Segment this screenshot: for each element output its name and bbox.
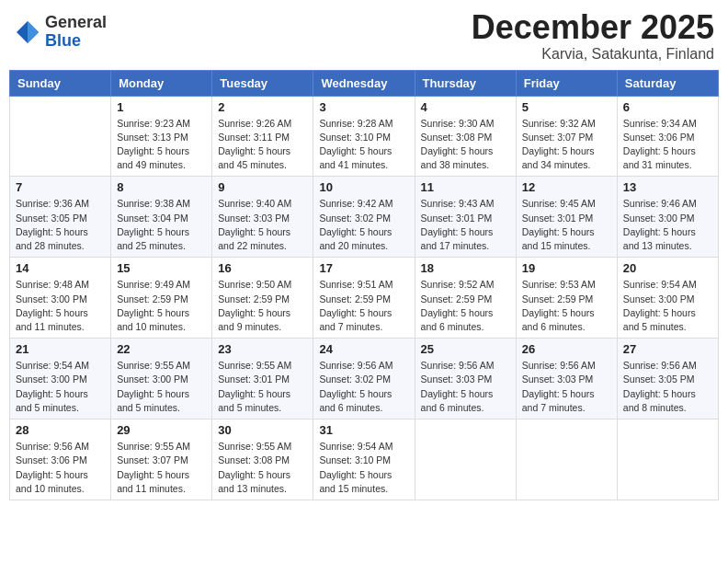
day-info: Sunrise: 9:54 AMSunset: 3:00 PMDaylight:… [623,278,712,334]
day-info: Sunrise: 9:56 AMSunset: 3:05 PMDaylight:… [623,359,712,415]
calendar-cell: 18Sunrise: 9:52 AMSunset: 2:59 PMDayligh… [415,258,516,339]
day-number: 11 [421,180,510,194]
day-info: Sunrise: 9:51 AMSunset: 2:59 PMDaylight:… [319,278,408,334]
day-info: Sunrise: 9:34 AMSunset: 3:06 PMDaylight:… [623,117,712,173]
day-info: Sunrise: 9:55 AMSunset: 3:01 PMDaylight:… [218,359,307,415]
day-number: 28 [16,423,105,437]
calendar-cell [10,96,111,177]
day-info: Sunrise: 9:53 AMSunset: 2:59 PMDaylight:… [522,278,611,334]
day-number: 31 [319,423,408,437]
day-info: Sunrise: 9:43 AMSunset: 3:01 PMDaylight:… [421,197,510,253]
calendar-cell: 8Sunrise: 9:38 AMSunset: 3:04 PMDaylight… [111,177,212,258]
day-info: Sunrise: 9:50 AMSunset: 2:59 PMDaylight:… [218,278,307,334]
day-info: Sunrise: 9:46 AMSunset: 3:00 PMDaylight:… [623,197,712,253]
day-info: Sunrise: 9:56 AMSunset: 3:03 PMDaylight:… [522,359,611,415]
day-number: 10 [319,180,408,194]
calendar-cell: 4Sunrise: 9:30 AMSunset: 3:08 PMDaylight… [415,96,516,177]
day-number: 8 [117,180,206,194]
calendar-cell [516,419,617,500]
day-number: 30 [218,423,307,437]
day-info: Sunrise: 9:56 AMSunset: 3:06 PMDaylight:… [16,440,105,496]
day-number: 14 [16,261,105,275]
day-number: 1 [117,100,206,114]
calendar-cell [415,419,516,500]
calendar-table: SundayMondayTuesdayWednesdayThursdayFrid… [9,70,719,500]
day-info: Sunrise: 9:36 AMSunset: 3:05 PMDaylight:… [16,197,105,253]
day-info: Sunrise: 9:48 AMSunset: 3:00 PMDaylight:… [16,278,105,334]
week-row-1: 7Sunrise: 9:36 AMSunset: 3:05 PMDaylight… [10,177,719,258]
day-number: 13 [623,180,712,194]
day-number: 23 [218,342,307,356]
calendar-cell: 25Sunrise: 9:56 AMSunset: 3:03 PMDayligh… [415,339,516,419]
calendar-cell: 15Sunrise: 9:49 AMSunset: 2:59 PMDayligh… [111,258,212,339]
calendar-cell: 20Sunrise: 9:54 AMSunset: 3:00 PMDayligh… [617,258,718,339]
calendar-cell: 28Sunrise: 9:56 AMSunset: 3:06 PMDayligh… [10,419,111,500]
day-info: Sunrise: 9:54 AMSunset: 3:10 PMDaylight:… [319,440,408,496]
calendar-cell: 6Sunrise: 9:34 AMSunset: 3:06 PMDaylight… [617,96,718,177]
day-number: 16 [218,261,307,275]
calendar-cell: 22Sunrise: 9:55 AMSunset: 3:00 PMDayligh… [111,339,212,419]
day-info: Sunrise: 9:55 AMSunset: 3:08 PMDaylight:… [218,440,307,496]
location: Karvia, Satakunta, Finland [472,46,714,63]
day-info: Sunrise: 9:52 AMSunset: 2:59 PMDaylight:… [421,278,510,334]
calendar-cell: 14Sunrise: 9:48 AMSunset: 3:00 PMDayligh… [10,258,111,339]
calendar-cell: 12Sunrise: 9:45 AMSunset: 3:01 PMDayligh… [516,177,617,258]
day-info: Sunrise: 9:55 AMSunset: 3:00 PMDaylight:… [117,359,206,415]
logo-icon [14,18,41,46]
day-info: Sunrise: 9:45 AMSunset: 3:01 PMDaylight:… [522,197,611,253]
calendar-cell: 10Sunrise: 9:42 AMSunset: 3:02 PMDayligh… [313,177,415,258]
day-info: Sunrise: 9:28 AMSunset: 3:10 PMDaylight:… [319,117,408,173]
calendar-cell: 19Sunrise: 9:53 AMSunset: 2:59 PMDayligh… [516,258,617,339]
day-number: 22 [117,342,206,356]
calendar-cell: 24Sunrise: 9:56 AMSunset: 3:02 PMDayligh… [313,339,415,419]
day-info: Sunrise: 9:38 AMSunset: 3:04 PMDaylight:… [117,197,206,253]
calendar-cell: 26Sunrise: 9:56 AMSunset: 3:03 PMDayligh… [516,339,617,419]
day-number: 29 [117,423,206,437]
day-info: Sunrise: 9:26 AMSunset: 3:11 PMDaylight:… [218,117,307,173]
day-number: 25 [421,342,510,356]
calendar-cell: 17Sunrise: 9:51 AMSunset: 2:59 PMDayligh… [313,258,415,339]
day-number: 20 [623,261,712,275]
calendar-cell: 29Sunrise: 9:55 AMSunset: 3:07 PMDayligh… [111,419,212,500]
month-title: December 2025 [472,9,714,46]
calendar-cell: 3Sunrise: 9:28 AMSunset: 3:10 PMDaylight… [313,96,415,177]
day-number: 5 [522,100,611,114]
day-info: Sunrise: 9:40 AMSunset: 3:03 PMDaylight:… [218,197,307,253]
day-number: 27 [623,342,712,356]
day-number: 17 [319,261,408,275]
calendar-cell: 5Sunrise: 9:32 AMSunset: 3:07 PMDaylight… [516,96,617,177]
calendar-cell: 11Sunrise: 9:43 AMSunset: 3:01 PMDayligh… [415,177,516,258]
day-info: Sunrise: 9:30 AMSunset: 3:08 PMDaylight:… [421,117,510,173]
calendar-cell: 9Sunrise: 9:40 AMSunset: 3:03 PMDaylight… [212,177,313,258]
weekday-header-sunday: Sunday [10,70,111,96]
logo-blue: Blue [45,32,107,51]
day-info: Sunrise: 9:56 AMSunset: 3:03 PMDaylight:… [421,359,510,415]
day-info: Sunrise: 9:56 AMSunset: 3:02 PMDaylight:… [319,359,408,415]
calendar-cell: 1Sunrise: 9:23 AMSunset: 3:13 PMDaylight… [111,96,212,177]
weekday-header-monday: Monday [111,70,212,96]
calendar-cell: 16Sunrise: 9:50 AMSunset: 2:59 PMDayligh… [212,258,313,339]
calendar-cell: 31Sunrise: 9:54 AMSunset: 3:10 PMDayligh… [313,419,415,500]
day-info: Sunrise: 9:54 AMSunset: 3:00 PMDaylight:… [16,359,105,415]
calendar-cell: 2Sunrise: 9:26 AMSunset: 3:11 PMDaylight… [212,96,313,177]
day-info: Sunrise: 9:55 AMSunset: 3:07 PMDaylight:… [117,440,206,496]
day-number: 7 [16,180,105,194]
weekday-header-row: SundayMondayTuesdayWednesdayThursdayFrid… [10,70,719,96]
day-info: Sunrise: 9:49 AMSunset: 2:59 PMDaylight:… [117,278,206,334]
day-number: 3 [319,100,408,114]
weekday-header-thursday: Thursday [415,70,516,96]
logo: General Blue [14,14,107,51]
calendar-cell: 13Sunrise: 9:46 AMSunset: 3:00 PMDayligh… [617,177,718,258]
weekday-header-tuesday: Tuesday [212,70,313,96]
day-number: 24 [319,342,408,356]
day-info: Sunrise: 9:32 AMSunset: 3:07 PMDaylight:… [522,117,611,173]
day-number: 6 [623,100,712,114]
day-number: 4 [421,100,510,114]
day-number: 12 [522,180,611,194]
day-number: 9 [218,180,307,194]
week-row-4: 28Sunrise: 9:56 AMSunset: 3:06 PMDayligh… [10,419,719,500]
day-info: Sunrise: 9:23 AMSunset: 3:13 PMDaylight:… [117,117,206,173]
day-number: 19 [522,261,611,275]
title-block: December 2025 Karvia, Satakunta, Finland [472,9,714,63]
day-info: Sunrise: 9:42 AMSunset: 3:02 PMDaylight:… [319,197,408,253]
